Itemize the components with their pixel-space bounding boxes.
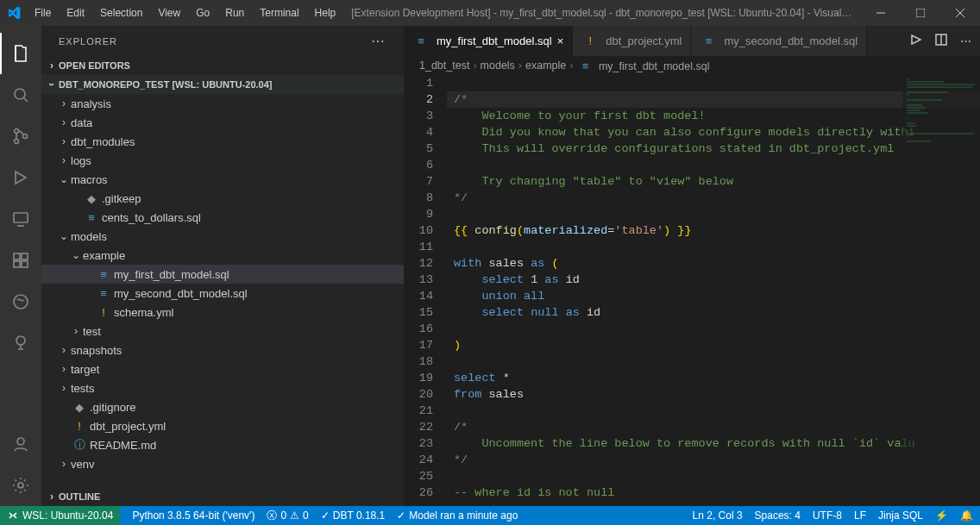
close-window-button[interactable] bbox=[940, 0, 980, 26]
workspace-section[interactable]: › DBT_MONOREPO_TEST [WSL: UBUNTU-20.04] bbox=[41, 75, 404, 94]
tree-item[interactable]: ≡cents_to_dollars.sql bbox=[41, 208, 404, 227]
tree-item[interactable]: ≡my_first_dbt_model.sql bbox=[41, 265, 404, 284]
feedback-icon[interactable]: ⚡ bbox=[935, 509, 948, 522]
svg-point-17 bbox=[17, 438, 24, 445]
file-tree: ›analysis›data›dbt_modules›logs⌄macros◆.… bbox=[41, 94, 404, 487]
vscode-logo-icon bbox=[7, 6, 21, 20]
menu-terminal[interactable]: Terminal bbox=[253, 3, 305, 22]
tree-item[interactable]: ≡my_second_dbt_model.sql bbox=[41, 284, 404, 303]
outline-label: OUTLINE bbox=[59, 491, 100, 502]
remote-indicator[interactable]: WSL: Ubuntu-20.04 bbox=[0, 506, 120, 525]
explorer-tab[interactable] bbox=[0, 33, 41, 74]
file-icon: ◆ bbox=[71, 401, 88, 414]
breadcrumb-item[interactable]: 1_dbt_test bbox=[419, 59, 469, 72]
accounts-button[interactable] bbox=[0, 423, 41, 465]
ext-item-2[interactable] bbox=[0, 322, 41, 364]
tree-item[interactable]: ⌄macros bbox=[41, 170, 404, 189]
outline-section[interactable]: › OUTLINE bbox=[41, 487, 404, 506]
source-control-tab[interactable] bbox=[0, 116, 41, 157]
encoding[interactable]: UTF-8 bbox=[813, 509, 842, 522]
tree-item[interactable]: ›target bbox=[41, 359, 404, 378]
file-icon: ! bbox=[581, 34, 599, 47]
breadcrumb-item[interactable]: example bbox=[525, 59, 566, 72]
model-run-status[interactable]: ✓ Model ran a minute ago bbox=[397, 509, 518, 522]
editor-tab[interactable]: !dbt_project.yml bbox=[573, 26, 691, 56]
problems-indicator[interactable]: ⓧ0 ⚠0 bbox=[267, 509, 308, 523]
chevron-down-icon: ⌄ bbox=[57, 173, 71, 185]
svg-point-8 bbox=[23, 134, 28, 139]
close-tab-icon[interactable]: × bbox=[557, 34, 564, 47]
tree-item[interactable]: ›analysis bbox=[41, 94, 404, 113]
editor-tab[interactable]: ≡my_second_dbt_model.sql bbox=[691, 26, 867, 56]
svg-line-5 bbox=[24, 98, 28, 103]
python-interpreter[interactable]: Python 3.8.5 64-bit ('venv') bbox=[132, 509, 254, 522]
cursor-position[interactable]: Ln 2, Col 3 bbox=[693, 509, 743, 522]
python-label: Python 3.8.5 64-bit ('venv') bbox=[132, 509, 254, 522]
breadcrumb-item[interactable]: models bbox=[481, 59, 515, 72]
tree-item[interactable]: ◆.gitignore bbox=[41, 397, 404, 416]
run-icon[interactable] bbox=[908, 33, 922, 49]
tree-item[interactable]: ⓘREADME.md bbox=[41, 435, 404, 454]
tree-item[interactable]: ⌄models bbox=[41, 227, 404, 246]
tree-item[interactable]: ›venv bbox=[41, 454, 404, 473]
tree-item[interactable]: !schema.yml bbox=[41, 303, 404, 322]
model-run-label: Model ran a minute ago bbox=[409, 509, 518, 522]
language-mode[interactable]: Jinja SQL bbox=[878, 509, 923, 522]
svg-point-4 bbox=[15, 89, 25, 99]
extensions-tab[interactable] bbox=[0, 240, 41, 281]
settings-button[interactable] bbox=[0, 465, 41, 506]
breadcrumb-item[interactable]: ≡ my_first_dbt_model.sql bbox=[576, 59, 709, 72]
file-icon: ≡ bbox=[83, 211, 100, 224]
tree-item-label: .gitkeep bbox=[102, 192, 141, 205]
file-icon: ≡ bbox=[700, 34, 717, 47]
minimap[interactable] bbox=[902, 75, 980, 506]
file-icon: ! bbox=[71, 420, 88, 433]
code-editor[interactable]: 1234567891011121314151617181920212223242… bbox=[404, 75, 980, 506]
tree-item[interactable]: ›logs bbox=[41, 151, 404, 170]
tree-item[interactable]: !dbt_project.yml bbox=[41, 416, 404, 435]
editor-tab[interactable]: ≡my_first_dbt_model.sql× bbox=[404, 26, 573, 56]
tree-item[interactable]: ›dbt_modules bbox=[41, 132, 404, 151]
tree-item[interactable]: ›tests bbox=[41, 378, 404, 397]
tree-item[interactable]: ›data bbox=[41, 113, 404, 132]
indent-setting[interactable]: Spaces: 4 bbox=[755, 509, 801, 522]
breadcrumbs[interactable]: 1_dbt_test›models›example›≡ my_first_dbt… bbox=[404, 56, 980, 75]
ext-item-1[interactable] bbox=[0, 281, 41, 322]
menu-edit[interactable]: Edit bbox=[60, 3, 91, 22]
menu-help[interactable]: Help bbox=[308, 3, 343, 22]
chevron-right-icon: › bbox=[57, 344, 71, 356]
tree-item[interactable]: ◆.gitkeep bbox=[41, 189, 404, 208]
sidebar-more-button[interactable]: ⋯ bbox=[371, 33, 386, 49]
tree-item[interactable]: ⌄example bbox=[41, 246, 404, 265]
menu-run[interactable]: Run bbox=[218, 3, 251, 22]
menu-go[interactable]: Go bbox=[189, 3, 217, 22]
more-actions-icon[interactable]: ⋯ bbox=[960, 34, 973, 47]
dbt-version[interactable]: ✓ DBT 0.18.1 bbox=[321, 509, 385, 522]
chevron-right-icon: › bbox=[69, 325, 83, 337]
run-debug-tab[interactable] bbox=[0, 157, 41, 198]
split-editor-icon[interactable] bbox=[934, 33, 948, 49]
maximize-button[interactable] bbox=[901, 0, 940, 26]
tree-item-label: target bbox=[71, 363, 99, 376]
minimize-button[interactable] bbox=[861, 0, 901, 26]
eol[interactable]: LF bbox=[854, 509, 866, 522]
menu-selection[interactable]: Selection bbox=[93, 3, 149, 22]
menu-view[interactable]: View bbox=[151, 3, 187, 22]
menu-file[interactable]: File bbox=[28, 3, 58, 22]
svg-point-15 bbox=[14, 295, 28, 309]
open-editors-section[interactable]: › OPEN EDITORS bbox=[41, 56, 404, 75]
tab-label: my_second_dbt_model.sql bbox=[724, 34, 858, 47]
tree-item-label: my_first_dbt_model.sql bbox=[114, 268, 229, 281]
editor-area: ≡my_first_dbt_model.sql×!dbt_project.yml… bbox=[404, 26, 980, 506]
file-icon: ≡ bbox=[95, 268, 112, 281]
code-content[interactable]: /* Welcome to your first dbt model! Did … bbox=[447, 75, 980, 506]
sidebar-title-label: EXPLORER bbox=[59, 36, 117, 47]
window-controls bbox=[861, 0, 980, 26]
tree-item[interactable]: ›test bbox=[41, 322, 404, 341]
search-tab[interactable] bbox=[0, 74, 41, 116]
chevron-down-icon: › bbox=[46, 78, 58, 91]
tree-item[interactable]: ›snapshots bbox=[41, 341, 404, 359]
remote-explorer-tab[interactable] bbox=[0, 198, 41, 240]
bell-icon[interactable]: 🔔 bbox=[960, 509, 973, 522]
main-area: EXPLORER ⋯ › OPEN EDITORS › DBT_MONOREPO… bbox=[0, 26, 980, 506]
